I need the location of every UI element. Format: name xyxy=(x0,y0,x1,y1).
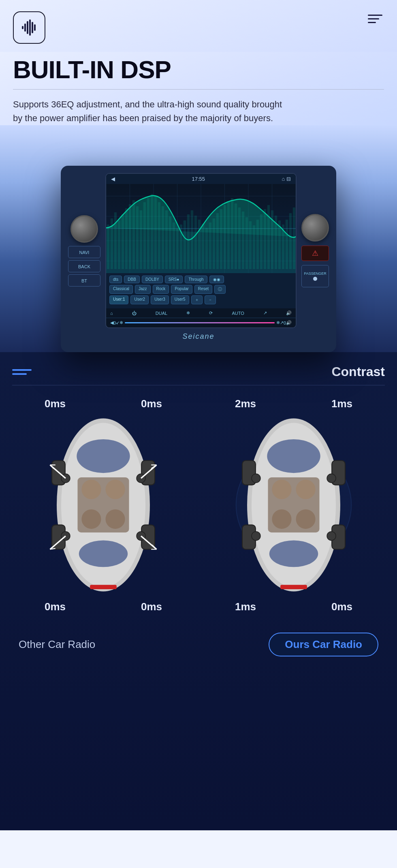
other-timing-tr: 0ms xyxy=(141,398,162,410)
eq-chart xyxy=(106,184,296,273)
add-btn[interactable]: ＋ xyxy=(191,295,203,304)
svg-rect-113 xyxy=(280,585,307,590)
warning-icon: ⚠ xyxy=(312,249,318,258)
other-car-label: Other Car Radio xyxy=(19,638,95,651)
nav-fan-right: ❄ xyxy=(276,320,280,325)
dsp-main-row: NAVI BACK BT ◀ 17:55 ⌂ ⊟ xyxy=(68,173,329,328)
remove-btn[interactable]: － xyxy=(205,295,216,304)
svg-point-97 xyxy=(267,439,320,473)
ours-car-wrap: 2ms 1ms xyxy=(235,398,352,613)
contrast-header: Contrast xyxy=(12,364,385,379)
svg-point-101 xyxy=(296,480,315,499)
cars-comparison-row: 0ms 0ms xyxy=(12,398,385,613)
logo-box xyxy=(13,11,45,44)
svg-point-111 xyxy=(252,532,260,541)
dts-btn[interactable]: dts xyxy=(109,276,122,283)
left-buttons: NAVI BACK BT xyxy=(68,246,100,286)
jazz-btn[interactable]: Jazz xyxy=(135,285,151,294)
nav-ac: ↙ xyxy=(116,320,120,325)
dolby-btn[interactable]: DOLBY xyxy=(142,276,163,283)
info-btn[interactable]: ⓘ xyxy=(214,285,226,294)
classical-btn[interactable]: Classical xyxy=(109,285,133,294)
page-title: BUILT-IN DSP xyxy=(13,56,384,83)
srs-btn[interactable]: SRS● xyxy=(165,276,183,283)
dsp-screen: ◀ 17:55 ⌂ ⊟ xyxy=(105,173,297,328)
car-labels-row: Other Car Radio Ours Car Radio xyxy=(12,624,385,656)
reset-btn[interactable]: Reset xyxy=(194,285,212,294)
other-timing-tl: 0ms xyxy=(45,398,66,410)
svg-point-109 xyxy=(252,474,260,483)
svg-point-78 xyxy=(105,480,125,499)
nav-fan-left: ❄ xyxy=(120,320,123,325)
svg-point-102 xyxy=(272,509,291,529)
brand-label: Seicane xyxy=(68,328,329,345)
eq-mode-row: dts DBB DOLBY SRS● Through ◉◉ xyxy=(109,276,292,283)
svg-rect-2 xyxy=(27,21,28,34)
ours-car-label: Ours Car Radio xyxy=(269,633,378,656)
ours-timing-tl: 2ms xyxy=(235,398,256,410)
svg-point-103 xyxy=(296,509,315,529)
eq-svg xyxy=(106,184,296,273)
user1-btn[interactable]: User:1 xyxy=(109,295,128,304)
other-bottom-timings: 0ms 0ms xyxy=(45,601,162,613)
svg-point-79 xyxy=(81,509,101,529)
home-icon: ⌂ xyxy=(110,311,113,316)
header xyxy=(0,0,397,52)
right-knob xyxy=(301,214,329,242)
other-top-timings: 0ms 0ms xyxy=(45,398,162,410)
through-btn[interactable]: Through xyxy=(185,276,207,283)
other-timing-bl: 0ms xyxy=(45,601,66,613)
bt-button[interactable]: BT xyxy=(68,274,100,286)
extra-btn1[interactable]: ◉◉ xyxy=(209,276,224,283)
left-knob xyxy=(70,215,98,243)
svg-rect-90 xyxy=(90,585,117,590)
other-car-svg xyxy=(45,412,162,598)
contrast-title: Contrast xyxy=(331,364,385,379)
screen-time: 17:55 xyxy=(192,176,205,182)
svg-rect-0 xyxy=(22,26,23,29)
ours-car-container: 2ms 1ms xyxy=(203,398,385,613)
ours-car-label-btn[interactable]: Ours Car Radio xyxy=(269,633,378,656)
warning-button[interactable]: ⚠ xyxy=(301,246,329,261)
climate-fan: ❄ xyxy=(186,310,190,316)
dbb-btn[interactable]: DBB xyxy=(124,276,140,283)
screen-nav-row: ◀ 0 ↙ ❄ ❄ ↗ 0 🔊 xyxy=(106,318,296,327)
user3-btn[interactable]: User3 xyxy=(151,295,169,304)
passenger-panel: PASSENGER xyxy=(301,265,329,287)
nav-fan-bar xyxy=(125,322,275,323)
screen-buttons: dts DBB DOLBY SRS● Through ◉◉ Classical … xyxy=(106,273,296,308)
climate-wind: ↗ xyxy=(263,310,267,316)
popular-btn[interactable]: Popular xyxy=(171,285,192,294)
ours-bottom-timings: 1ms 0ms xyxy=(235,601,352,613)
nav-back: ◀ xyxy=(110,320,113,325)
svg-point-112 xyxy=(327,532,336,541)
nav-vol: 🔊 xyxy=(286,320,292,325)
nav-heat: ↗ xyxy=(280,320,284,325)
svg-rect-4 xyxy=(32,22,33,33)
climate-recycle: ⟳ xyxy=(209,310,213,316)
svg-rect-5 xyxy=(34,24,36,31)
climate-dual: DUAL xyxy=(156,311,167,316)
screen-top-bar: ◀ 17:55 ⌂ ⊟ xyxy=(106,174,296,184)
screen-climate: ⌂ ⏻ DUAL ❄ ⟳ AUTO ↗ 🔊 xyxy=(106,308,296,318)
navi-button[interactable]: NAVI xyxy=(68,246,100,258)
hero-divider xyxy=(13,89,384,90)
hamburger-menu[interactable] xyxy=(368,15,382,23)
dsp-unit: NAVI BACK BT ◀ 17:55 ⌂ ⊟ xyxy=(61,166,336,352)
svg-point-110 xyxy=(327,474,336,483)
rock-btn[interactable]: Rock xyxy=(153,285,169,294)
ours-timing-br: 0ms xyxy=(331,601,352,613)
ours-car-svg xyxy=(235,412,352,598)
svg-point-75 xyxy=(79,541,128,567)
right-controls: ⚠ PASSENGER xyxy=(301,214,329,287)
other-car-container: 0ms 0ms xyxy=(12,398,194,613)
comparison-section: Contrast 0ms 0ms xyxy=(0,352,397,830)
power-icon: ⏻ xyxy=(132,311,137,316)
user5-btn[interactable]: User5 xyxy=(171,295,189,304)
ours-timing-tr: 1ms xyxy=(331,398,352,410)
screen-icons: ⌂ ⊟ xyxy=(282,176,291,182)
back-button[interactable]: BACK xyxy=(68,260,100,272)
svg-point-74 xyxy=(77,439,130,473)
hero-description: Supports 36EQ adjustment, and the ultra-… xyxy=(13,98,288,125)
user2-btn[interactable]: User2 xyxy=(130,295,149,304)
